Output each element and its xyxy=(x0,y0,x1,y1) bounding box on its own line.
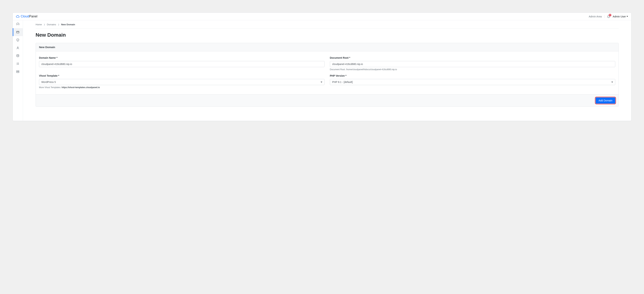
user-menu[interactable]: Admin User xyxy=(613,15,628,18)
app-window: CloudPanel Admin Area 0 Admin User xyxy=(12,12,632,121)
domain-name-input[interactable] xyxy=(39,61,324,67)
page-title: New Domain xyxy=(36,32,619,38)
shield-icon xyxy=(16,38,20,42)
new-domain-card: New Domain Domain Name * Document Root *… xyxy=(36,43,619,107)
gauge-icon xyxy=(16,23,20,26)
body: Home ❯ Domains ❯ New Domain New Domain N… xyxy=(13,20,631,121)
card-header: New Domain xyxy=(36,43,618,51)
notifications-button[interactable]: 0 xyxy=(607,15,610,18)
vhost-helper: More Vhost Templates: https://vhost-temp… xyxy=(39,86,324,89)
server-icon xyxy=(16,70,20,73)
card-body: Domain Name * Document Root * Document R… xyxy=(36,51,618,94)
add-domain-button[interactable]: Add Domain xyxy=(596,97,615,104)
svg-rect-5 xyxy=(16,70,19,71)
document-root-label: Document Root * xyxy=(330,56,616,59)
sidebar-item-domains[interactable] xyxy=(13,28,23,36)
document-root-input[interactable] xyxy=(330,61,616,67)
topbar-right: Admin Area 0 Admin User xyxy=(589,15,628,18)
window-icon xyxy=(16,30,20,34)
breadcrumb-home[interactable]: Home xyxy=(36,23,42,26)
svg-rect-1 xyxy=(16,31,19,33)
user-name: Admin User xyxy=(613,15,626,18)
card-footer: Add Domain xyxy=(36,94,618,106)
sidebar-item-servers[interactable] xyxy=(13,68,23,76)
database-icon xyxy=(16,54,20,57)
svg-point-4 xyxy=(17,54,19,55)
brand-text: CloudPanel xyxy=(21,14,38,18)
admin-area-link[interactable]: Admin Area xyxy=(589,15,604,18)
cloud-icon xyxy=(16,15,20,18)
user-icon xyxy=(16,46,20,49)
breadcrumb-domains[interactable]: Domains xyxy=(47,23,56,26)
list-check-icon xyxy=(16,62,20,65)
notification-badge: 0 xyxy=(609,14,611,16)
sidebar-item-security[interactable] xyxy=(13,36,23,44)
sidebar xyxy=(13,20,23,121)
svg-point-3 xyxy=(17,47,18,48)
vhost-template-select[interactable]: WordPress 5 xyxy=(39,79,324,85)
topbar: CloudPanel Admin Area 0 Admin User xyxy=(13,13,631,20)
php-version-label: PHP Version * xyxy=(330,74,616,77)
breadcrumb: Home ❯ Domains ❯ New Domain xyxy=(36,23,619,28)
svg-point-0 xyxy=(18,24,18,24)
document-root-helper: Document Root: /home/cloudpanel/htdocs/c… xyxy=(330,68,616,71)
sidebar-item-logs[interactable] xyxy=(13,60,23,68)
svg-rect-6 xyxy=(16,72,19,73)
sidebar-item-users[interactable] xyxy=(13,44,23,52)
php-version-select[interactable]: PHP 8.1 - [default] xyxy=(330,79,616,85)
chevron-right-icon: ❯ xyxy=(58,23,59,25)
chevron-down-icon xyxy=(626,16,628,17)
vhost-template-label: Vhost Template * xyxy=(39,74,324,77)
brand-logo[interactable]: CloudPanel xyxy=(16,14,38,18)
chevron-right-icon: ❯ xyxy=(44,23,45,25)
main-content: Home ❯ Domains ❯ New Domain New Domain N… xyxy=(23,20,631,121)
domain-name-label: Domain Name * xyxy=(39,56,324,59)
breadcrumb-current: New Domain xyxy=(61,23,75,26)
sidebar-item-databases[interactable] xyxy=(13,52,23,60)
sidebar-item-dashboard[interactable] xyxy=(13,20,23,28)
